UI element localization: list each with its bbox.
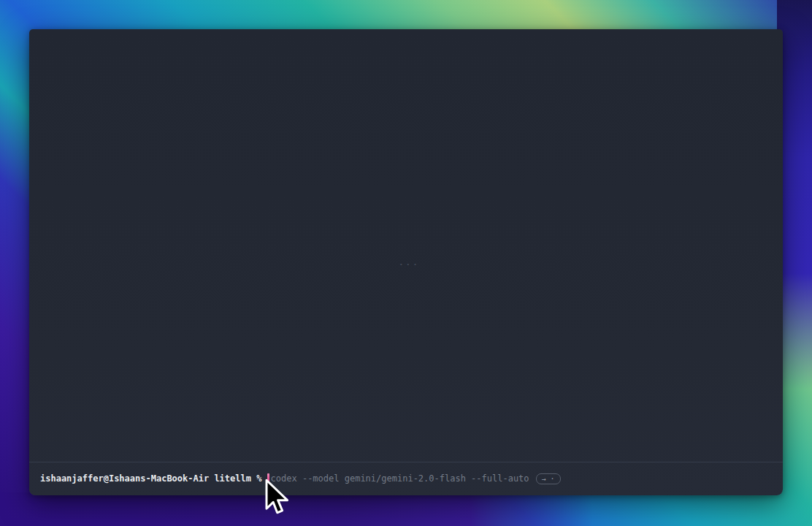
- faint-ellipsis-text: ···: [399, 260, 420, 270]
- right-arrow-key-icon: → ·: [542, 474, 555, 484]
- text-cursor[interactable]: [267, 473, 269, 484]
- terminal-window[interactable]: ··· ishaanjaffer@Ishaans-MacBook-Air lit…: [29, 29, 783, 495]
- autosuggestion-text: codex --model gemini/gemini-2.0-flash --…: [271, 473, 529, 484]
- prompt-user-host: ishaanjaffer@Ishaans-MacBook-Air: [40, 473, 209, 484]
- command-input-line[interactable]: ishaanjaffer@Ishaans-MacBook-Air litellm…: [29, 462, 783, 495]
- accept-suggestion-key-hint[interactable]: → ·: [536, 473, 561, 484]
- terminal-scrollback: ···: [29, 29, 783, 462]
- prompt-symbol: %: [256, 473, 261, 484]
- prompt-directory: litellm: [214, 473, 251, 484]
